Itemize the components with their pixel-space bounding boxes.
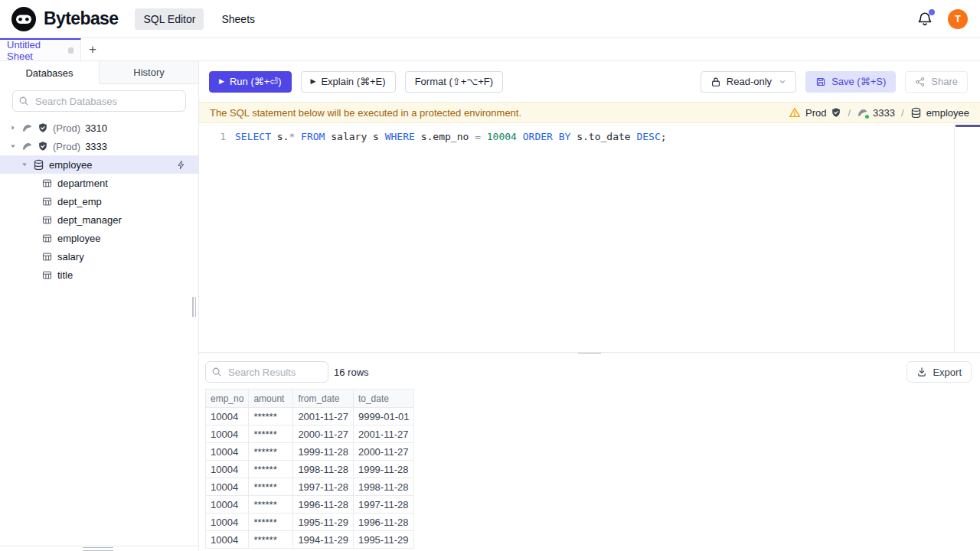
- code-line: 1 SELECT s.* FROM salary s WHERE s.emp_n…: [199, 123, 980, 144]
- top-bar-right: T: [917, 9, 969, 29]
- connection-breadcrumb: Prod / 3333 / employee: [789, 106, 969, 119]
- connect-bolt-icon[interactable]: [176, 160, 186, 170]
- table-name: employee: [57, 233, 100, 244]
- environment-label: (Prod): [53, 122, 80, 134]
- results-header-row: emp_noamountfrom_dateto_date: [206, 390, 414, 408]
- tree-table-item[interactable]: employee: [0, 229, 198, 247]
- tree-table-item[interactable]: department: [0, 174, 198, 192]
- result-cell: 1994-11-29: [293, 531, 354, 549]
- share-button[interactable]: Share: [905, 71, 968, 93]
- tree-instance-3333[interactable]: (Prod) 3333: [0, 137, 198, 155]
- sidebar-bottom-divider: [0, 546, 198, 546]
- table-name: dept_manager: [57, 214, 122, 226]
- save-icon: [815, 77, 826, 87]
- table-icon: [42, 252, 52, 262]
- nav-sheets[interactable]: Sheets: [213, 8, 263, 30]
- overview-ruler-mark: [956, 125, 980, 127]
- avatar[interactable]: T: [948, 9, 968, 29]
- tab-history[interactable]: History: [100, 61, 198, 84]
- tree-instance-3310[interactable]: (Prod) 3310: [0, 119, 198, 137]
- shield-icon: [38, 141, 48, 152]
- sidebar-resize-handle[interactable]: [192, 297, 197, 317]
- database-search: [12, 90, 186, 112]
- result-cell: 2000-11-27: [353, 443, 414, 461]
- result-cell: 10004: [206, 408, 249, 425]
- readonly-mode-button[interactable]: Read-only: [701, 71, 796, 93]
- tab-databases[interactable]: Databases: [0, 61, 100, 84]
- nav-sql-editor[interactable]: SQL Editor: [135, 8, 204, 30]
- share-icon: [915, 77, 926, 87]
- play-icon: ▶: [219, 78, 224, 85]
- instance-name: 3310: [85, 122, 107, 134]
- line-number: 1: [199, 129, 226, 144]
- column-header: emp_no: [206, 390, 249, 408]
- result-cell: 2000-11-27: [293, 425, 354, 443]
- table-icon: [42, 270, 52, 280]
- database-icon: [910, 107, 922, 119]
- result-cell: ******: [249, 461, 293, 478]
- result-cell: 1995-11-29: [293, 514, 354, 531]
- tree-table-item[interactable]: title: [0, 266, 198, 284]
- table-name: salary: [57, 251, 84, 262]
- result-cell: ******: [249, 478, 293, 496]
- save-button[interactable]: Save (⌘+S): [805, 71, 896, 93]
- breadcrumb-separator: /: [846, 107, 852, 119]
- tree-table-item[interactable]: dept_emp: [0, 192, 198, 210]
- result-cell: 1997-11-28: [353, 496, 414, 514]
- result-cell: 10004: [206, 425, 249, 443]
- results-controls: 16 rows Export: [199, 355, 980, 389]
- column-header: amount: [249, 390, 293, 408]
- row-count: 16 rows: [334, 367, 369, 378]
- sidebar-bottom-resize-handle[interactable]: [83, 547, 113, 551]
- editor-toolbar: ▶ Run (⌘+⏎) ▶ Explain (⌘+E) Format (⇧+⌥+…: [199, 61, 980, 102]
- add-sheet-button[interactable]: +: [81, 38, 104, 60]
- result-row: 10004******2000-11-272001-11-27: [206, 425, 414, 443]
- tree-table-item[interactable]: dept_manager: [0, 210, 198, 229]
- banner-message: The SQL statement below will be executed…: [210, 107, 521, 119]
- result-cell: 9999-01-01: [353, 408, 414, 425]
- result-row: 10004******1996-11-281997-11-28: [206, 496, 414, 514]
- run-button[interactable]: ▶ Run (⌘+⏎): [209, 71, 292, 93]
- tab-untitled-sheet[interactable]: Untitled Sheet: [0, 38, 81, 60]
- sql-editor[interactable]: 1 SELECT s.* FROM salary s WHERE s.emp_n…: [199, 123, 980, 352]
- instance-name: 3333: [85, 141, 107, 152]
- tree-database-employee[interactable]: employee: [0, 155, 198, 174]
- explain-button[interactable]: ▶ Explain (⌘+E): [301, 71, 396, 93]
- result-cell: ******: [249, 514, 293, 531]
- environment-label: (Prod): [53, 141, 80, 152]
- search-icon: [18, 96, 29, 106]
- mysql-icon: [857, 107, 868, 119]
- database-icon: [33, 159, 44, 171]
- toolbar-right: Read-only Save (⌘+S) Share: [701, 71, 968, 93]
- result-cell: ******: [249, 425, 293, 443]
- database-name: employee: [49, 159, 92, 171]
- tree-table-item[interactable]: salary: [0, 247, 198, 266]
- column-header: to_date: [353, 390, 414, 408]
- warning-icon: [789, 106, 801, 119]
- notification-bell-icon[interactable]: [917, 11, 933, 27]
- sidebar: Databases History (Prod) 3310 (Prod): [0, 61, 199, 551]
- caret-down-icon: [9, 142, 17, 150]
- result-cell: 1996-11-28: [293, 496, 354, 514]
- table-icon: [42, 215, 52, 225]
- sql-statement: SELECT s.* FROM salary s WHERE s.emp_no …: [235, 129, 667, 144]
- search-results-input[interactable]: [205, 361, 328, 383]
- caret-right-icon: [9, 124, 17, 132]
- table-name: department: [57, 178, 108, 189]
- play-icon: ▶: [311, 78, 316, 85]
- result-cell: ******: [249, 531, 293, 549]
- chevron-down-icon: [779, 78, 786, 86]
- result-row: 10004******2001-11-279999-01-01: [206, 408, 414, 425]
- top-bar: Bytebase SQL Editor Sheets T: [0, 0, 980, 38]
- result-row: 10004******1998-11-281999-11-28: [206, 461, 414, 478]
- brand-name: Bytebase: [44, 8, 118, 29]
- search-databases-input[interactable]: [12, 90, 186, 112]
- result-row: 10004******1995-11-291996-11-28: [206, 514, 414, 531]
- breadcrumb-database: employee: [926, 107, 969, 119]
- breadcrumb-instance: 3333: [873, 107, 895, 119]
- export-button[interactable]: Export: [906, 361, 972, 383]
- format-button[interactable]: Format (⇧+⌥+F): [405, 71, 503, 93]
- brand[interactable]: Bytebase: [11, 6, 118, 32]
- sheet-tab-label: Untitled Sheet: [7, 39, 62, 62]
- search-icon: [211, 367, 222, 377]
